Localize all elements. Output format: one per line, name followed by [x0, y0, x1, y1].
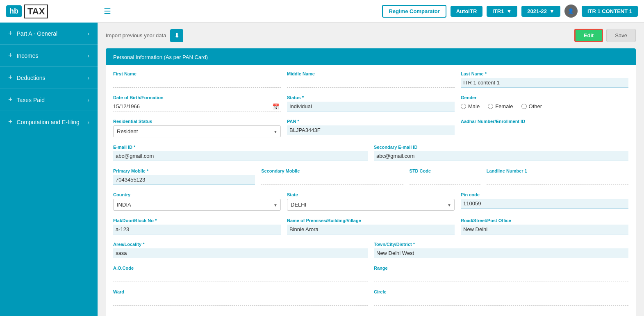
- itr1-content-label: ITR 1 CONTENT 1: [582, 6, 638, 17]
- gender-female-option[interactable]: Female: [488, 103, 513, 109]
- logo-area: hb TAX: [0, 0, 98, 23]
- import-bar: Import previous year data ⬇ Edit Save: [106, 29, 636, 42]
- road-label: Road/Street/Post Office: [461, 218, 628, 223]
- residential-status-label: Residential Status: [113, 119, 281, 124]
- residential-status-select[interactable]: Resident: [113, 125, 281, 137]
- pin-code-input[interactable]: [461, 199, 628, 209]
- flat-input[interactable]: [113, 225, 281, 234]
- sidebar-item-incomes[interactable]: + Incomes ›: [0, 45, 98, 67]
- ward-input[interactable]: [113, 296, 368, 306]
- form-row-address1: Flat/Door/Block No * Name of Premises/Bu…: [113, 218, 628, 234]
- pan-group: PAN *: [287, 119, 455, 135]
- form-row-residential-pan-aadhar: Residential Status Resident PAN * Aadhar…: [113, 119, 628, 137]
- circle-input[interactable]: [374, 296, 628, 306]
- aadhar-input[interactable]: [461, 125, 628, 135]
- range-group: Range: [374, 266, 628, 282]
- state-group: State DELHI: [287, 192, 455, 211]
- sidebar-item-computation-efiling[interactable]: + Computation and E-filing ›: [0, 111, 98, 133]
- last-name-input[interactable]: [461, 78, 628, 88]
- dob-label: Date of Birth/Formation: [113, 95, 281, 100]
- middle-name-label: Middle Name: [287, 71, 455, 76]
- email-label: E-mail ID *: [113, 145, 368, 150]
- area-label: Area/Locality *: [113, 242, 368, 247]
- first-name-label: First Name: [113, 71, 281, 76]
- sidebar-item-taxes-paid[interactable]: + Taxes Paid ›: [0, 89, 98, 111]
- auto-itr-button[interactable]: AutoITR: [451, 6, 483, 17]
- state-label: State: [287, 192, 455, 197]
- landline-label: Landline Number 1: [487, 168, 628, 173]
- dob-group: Date of Birth/Formation 📅: [113, 95, 281, 111]
- email-input[interactable]: [113, 151, 368, 161]
- plus-icon: +: [8, 95, 13, 104]
- town-label: Town/City/District *: [374, 242, 628, 247]
- form-row-country-state-pin: Country INDIA State DELHI: [113, 192, 628, 211]
- itr1-dropdown-button[interactable]: ITR1 ▼: [487, 6, 517, 17]
- road-input[interactable]: [461, 225, 628, 234]
- area-group: Area/Locality *: [113, 242, 368, 258]
- primary-mobile-input[interactable]: [113, 175, 255, 185]
- primary-mobile-label: Primary Mobile *: [113, 168, 255, 173]
- gender-options: Male Female Other: [461, 102, 628, 111]
- sidebar-item-label: Part A - General: [17, 30, 58, 37]
- state-select[interactable]: DELHI: [287, 199, 455, 211]
- section-title: Personal Information: [113, 54, 162, 60]
- country-select[interactable]: INDIA: [113, 199, 281, 211]
- town-input[interactable]: [374, 248, 628, 258]
- ao-code-label: A.O.Code: [113, 266, 368, 271]
- calendar-icon: 📅: [272, 103, 279, 110]
- landline-input[interactable]: [487, 175, 628, 185]
- residential-status-group: Residential Status Resident: [113, 119, 281, 137]
- secondary-email-input[interactable]: [374, 151, 628, 161]
- gender-female-radio[interactable]: [488, 104, 493, 109]
- town-group: Town/City/District *: [374, 242, 628, 258]
- hamburger-icon[interactable]: ☰: [104, 6, 111, 16]
- first-name-input[interactable]: [113, 78, 281, 88]
- secondary-email-group: Secondary E-mail ID: [374, 145, 628, 161]
- last-name-label: Last Name *: [461, 71, 628, 76]
- chevron-down-icon: ▼: [506, 8, 512, 14]
- form-row-email: E-mail ID * Secondary E-mail ID: [113, 145, 628, 161]
- plus-icon: +: [8, 118, 13, 126]
- chevron-down-icon: ▼: [549, 8, 555, 14]
- gender-male-radio[interactable]: [461, 104, 466, 109]
- plus-icon: +: [8, 29, 13, 38]
- section-header: Personal Information (As per PAN Card): [106, 48, 636, 65]
- save-button[interactable]: Save: [606, 29, 636, 42]
- regime-comparator-button[interactable]: Regime Comparator: [382, 5, 446, 18]
- sidebar-item-deductions[interactable]: + Deductions ›: [0, 67, 98, 89]
- gender-male-label: Male: [468, 103, 480, 109]
- year-dropdown-button[interactable]: 2021-22 ▼: [521, 6, 560, 17]
- edit-button[interactable]: Edit: [574, 29, 603, 42]
- state-wrapper: DELHI: [287, 199, 455, 211]
- aadhar-label: Aadhar Number/Enrollment ID: [461, 119, 628, 124]
- dob-input[interactable]: [113, 102, 281, 111]
- secondary-email-label: Secondary E-mail ID: [374, 145, 628, 150]
- range-input[interactable]: [374, 272, 628, 282]
- country-wrapper: INDIA: [113, 199, 281, 211]
- ao-code-input[interactable]: [113, 272, 368, 282]
- country-group: Country INDIA: [113, 192, 281, 211]
- std-code-input[interactable]: [410, 175, 480, 185]
- download-button[interactable]: ⬇: [170, 29, 183, 42]
- status-input[interactable]: [287, 102, 455, 111]
- secondary-mobile-input[interactable]: [261, 175, 403, 185]
- gender-other-radio[interactable]: [521, 104, 527, 109]
- sidebar-item-part-a-general[interactable]: + Part A - General ›: [0, 23, 98, 45]
- avatar: 👤: [564, 5, 578, 18]
- topbar: ☰ Regime Comparator AutoITR ITR1 ▼ 2021-…: [98, 0, 644, 23]
- gender-male-option[interactable]: Male: [461, 103, 480, 109]
- middle-name-input[interactable]: [287, 78, 455, 88]
- chevron-right-icon: ›: [87, 52, 89, 59]
- area-input[interactable]: [113, 248, 368, 258]
- form-row-mobile: Primary Mobile * Secondary Mobile STD Co…: [113, 168, 628, 185]
- gender-other-option[interactable]: Other: [521, 103, 542, 109]
- gender-label: Gender: [461, 95, 628, 100]
- premises-input[interactable]: [287, 225, 455, 234]
- sidebar-item-label: Incomes: [17, 52, 39, 59]
- range-label: Range: [374, 266, 628, 271]
- last-name-group: Last Name *: [461, 71, 628, 88]
- form-row-names: First Name Middle Name Last Name *: [113, 71, 628, 88]
- pan-input[interactable]: [287, 125, 455, 135]
- primary-mobile-group: Primary Mobile *: [113, 168, 255, 185]
- first-name-group: First Name: [113, 71, 281, 88]
